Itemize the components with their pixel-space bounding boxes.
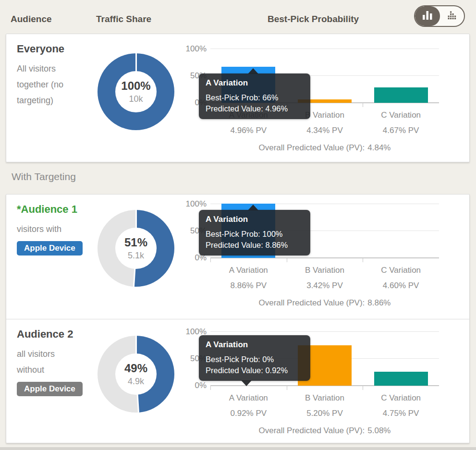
audience-description: all visitors without bbox=[17, 346, 71, 378]
category-labels: A Variation 0.92% PV B Variation 5.20% P… bbox=[210, 393, 439, 418]
apple-device-badge: Apple Device bbox=[17, 241, 83, 255]
category: A Variation 0.92% PV bbox=[210, 393, 287, 418]
category: C Variation 4.75% PV bbox=[363, 393, 439, 418]
audience-description: All visitors together (no targeting) bbox=[17, 61, 71, 109]
category: C Variation 4.60% PV bbox=[363, 266, 439, 291]
traffic-count: 5.1k bbox=[128, 251, 144, 261]
category: B Variation 3.42% PV bbox=[287, 266, 363, 291]
audience-name: Audience 2 bbox=[17, 328, 96, 341]
overall-value: 4.84% bbox=[367, 143, 391, 152]
tooltip-arrow-up-icon bbox=[248, 68, 258, 74]
audience-info: Audience 2 all visitors without Apple De… bbox=[17, 328, 96, 396]
tooltip-title: A Variation bbox=[206, 340, 304, 350]
bar-c-variation[interactable] bbox=[374, 372, 428, 386]
column-header-audience: Audience bbox=[11, 14, 52, 24]
hover-tooltip: A Variation Best-Pick Prob: 100% Predict… bbox=[199, 210, 310, 255]
x-tick bbox=[287, 386, 287, 390]
hover-tooltip: A Variation Best-Pick Prob: 0% Predicted… bbox=[199, 335, 310, 381]
tooltip-arrow-down-icon bbox=[241, 380, 252, 386]
audience-name: *Audience 1 bbox=[17, 203, 96, 216]
overall-predicted-value: Overall Predicted Value (PV):5.08% bbox=[210, 426, 439, 436]
tooltip-predicted-value: Predicted Value: 0.92% bbox=[206, 365, 304, 376]
y-tick-label: 100% bbox=[183, 44, 207, 54]
donut-center: 49% 4.9k bbox=[115, 353, 157, 395]
audience-name: Everyone bbox=[17, 43, 96, 55]
overall-label: Overall Predicted Value (PV): bbox=[259, 143, 365, 152]
traffic-share-donut-chart[interactable]: 49% 4.9k bbox=[98, 336, 174, 413]
bottom-divider bbox=[0, 447, 476, 450]
overall-predicted-value: Overall Predicted Value (PV):8.86% bbox=[210, 298, 439, 308]
traffic-count: 4.9k bbox=[128, 377, 144, 387]
category-pv: 8.86% PV bbox=[210, 281, 287, 291]
audience-info: *Audience 1 visitors with Apple Device bbox=[17, 203, 96, 255]
chart-view-toggle[interactable] bbox=[414, 5, 465, 27]
category-pv: 4.96% PV bbox=[210, 126, 287, 135]
category-pv: 4.34% PV bbox=[287, 126, 363, 135]
tooltip-best-pick-prob: Best-Pick Prob: 66% bbox=[206, 92, 304, 103]
tooltip-predicted-value: Predicted Value: 8.86% bbox=[206, 240, 304, 251]
donut-center: 51% 5.1k bbox=[115, 228, 157, 269]
donut-center: 100% 10k bbox=[115, 71, 157, 112]
overall-label: Overall Predicted Value (PV): bbox=[259, 298, 365, 307]
category-name: A Variation bbox=[210, 393, 287, 403]
bar-c-variation[interactable] bbox=[374, 87, 428, 103]
best-pick-bar-chart: 100% 50% 0% A Variation Best-Pick Prob: … bbox=[184, 204, 453, 308]
audience-card-everyone: Everyone All visitors together (no targe… bbox=[6, 34, 470, 162]
category: C Variation 4.67% PV bbox=[363, 110, 439, 135]
x-tick bbox=[363, 258, 363, 262]
traffic-percent: 51% bbox=[124, 236, 147, 249]
bar-chart-plot-area: 100% 50% 0% A Variation Best-Pick Prob: … bbox=[210, 204, 439, 258]
bar-chart-plot-area: 100% 50% 0% A Variation Best-Pick Prob: … bbox=[210, 331, 439, 386]
traffic-count: 10k bbox=[129, 94, 143, 104]
x-tick bbox=[363, 103, 363, 107]
targeted-audiences-card: *Audience 1 visitors with Apple Device 5… bbox=[6, 194, 470, 443]
tooltip-title: A Variation bbox=[206, 215, 304, 224]
tooltip-predicted-value: Predicted Value: 4.96% bbox=[206, 103, 304, 114]
category-labels: A Variation 8.86% PV B Variation 3.42% P… bbox=[210, 266, 439, 291]
traffic-share-donut-chart[interactable]: 51% 5.1k bbox=[98, 210, 174, 287]
category-pv: 4.67% PV bbox=[363, 126, 439, 135]
category-name: B Variation bbox=[287, 393, 363, 403]
tooltip-best-pick-prob: Best-Pick Prob: 0% bbox=[206, 354, 304, 365]
audience-row-audience-2: Audience 2 all visitors without Apple De… bbox=[6, 319, 469, 443]
audience-description: visitors with bbox=[17, 221, 71, 237]
category-pv: 0.92% PV bbox=[210, 409, 287, 418]
column-header-best-pick-probability: Best-Pick Probability bbox=[268, 14, 359, 24]
category-name: B Variation bbox=[287, 266, 363, 275]
bar-slot bbox=[363, 331, 439, 386]
category-name: C Variation bbox=[363, 266, 439, 275]
bar-chart-view-button[interactable] bbox=[415, 6, 440, 26]
with-targeting-section-label: With Targeting bbox=[12, 171, 76, 182]
category-name: A Variation bbox=[210, 266, 287, 275]
best-pick-bar-chart: 100% 50% 0% A Variation Best-Pick Prob: … bbox=[184, 331, 453, 436]
tooltip-title: A Variation bbox=[206, 78, 304, 88]
category: B Variation 5.20% PV bbox=[287, 393, 363, 418]
x-tick bbox=[287, 258, 287, 262]
x-tick bbox=[210, 386, 211, 390]
tooltip-best-pick-prob: Best-Pick Prob: 100% bbox=[206, 229, 304, 240]
overall-predicted-value: Overall Predicted Value (PV):4.84% bbox=[210, 143, 439, 153]
y-tick-label: 0% bbox=[183, 381, 207, 390]
tooltip-arrow-up-icon bbox=[248, 205, 258, 210]
category-name: C Variation bbox=[363, 110, 439, 120]
traffic-percent: 100% bbox=[121, 79, 150, 93]
audience-row-audience-1: *Audience 1 visitors with Apple Device 5… bbox=[6, 195, 469, 319]
traffic-percent: 49% bbox=[124, 362, 147, 375]
dot-matrix-chart-icon bbox=[448, 11, 457, 22]
audience-info: Everyone All visitors together (no targe… bbox=[17, 43, 96, 109]
x-tick bbox=[210, 258, 211, 262]
bar-slot bbox=[363, 49, 439, 103]
bar-chart-icon bbox=[422, 11, 433, 22]
category: A Variation 8.86% PV bbox=[210, 266, 287, 291]
y-tick-label: 100% bbox=[183, 199, 207, 209]
category-pv: 4.60% PV bbox=[363, 281, 439, 291]
category-pv: 5.20% PV bbox=[287, 409, 363, 418]
bar-slot bbox=[363, 204, 439, 258]
overall-label: Overall Predicted Value (PV): bbox=[259, 426, 365, 435]
hover-tooltip: A Variation Best-Pick Prob: 66% Predicte… bbox=[199, 73, 310, 119]
traffic-share-donut-chart[interactable]: 100% 10k bbox=[98, 53, 174, 130]
category-pv: 4.75% PV bbox=[363, 409, 439, 418]
dot-matrix-view-button[interactable] bbox=[440, 6, 464, 26]
bar-chart-plot-area: 100% 50% 0% A Variation Best-Pick Prob: … bbox=[210, 49, 439, 103]
x-tick bbox=[363, 386, 363, 390]
